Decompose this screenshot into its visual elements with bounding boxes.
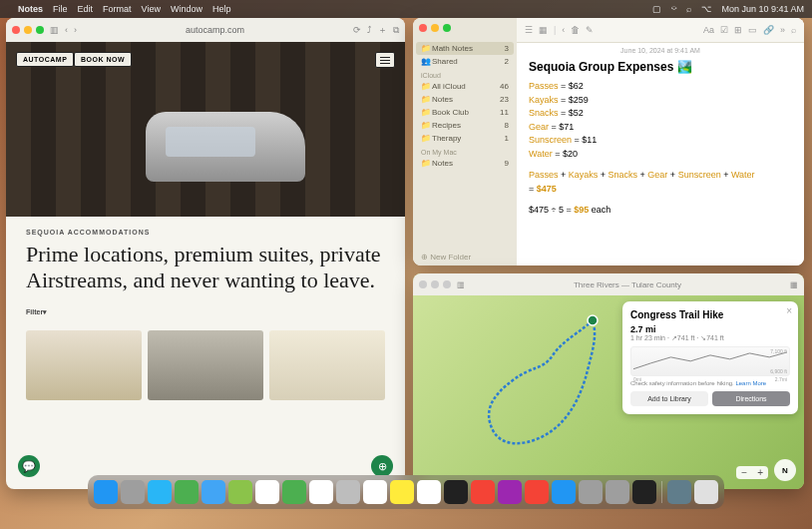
trail-stats: 1 hr 23 min · ↗741 ft · ↘741 ft [630,334,790,342]
folder-local-notes[interactable]: 📁Notes9 [413,157,517,170]
zoom-button[interactable] [36,26,44,34]
table-icon[interactable]: ⊞ [734,25,742,35]
new-note-icon[interactable]: ✎ [586,25,594,35]
dock-app-podcasts[interactable] [498,480,522,504]
format-icon[interactable]: Aa [703,25,714,35]
add-to-library-button[interactable]: Add to Library [630,391,708,406]
menu-edit[interactable]: Edit [78,4,94,14]
back-icon[interactable]: ‹ [65,25,68,35]
trash-icon[interactable]: 🗑 [571,25,580,35]
map-mode-icon[interactable]: ▦ [790,280,798,289]
chat-fab[interactable]: 💬 [18,455,40,477]
dock-app-maps[interactable] [228,480,252,504]
media-icon[interactable]: ▭ [748,25,757,35]
dock-app-finder[interactable] [94,480,118,504]
zoom-out-button[interactable]: − [736,466,752,479]
minimize-button[interactable] [431,24,439,32]
sum-line: Passes + Kayaks + Snacks + Gear + Sunscr… [529,169,792,183]
directions-button[interactable]: Directions [712,391,790,406]
folder-notes[interactable]: 📁Notes23 [413,93,517,106]
brand-logo[interactable]: AUTOCAMP [16,52,74,67]
checklist-icon[interactable]: ☑ [720,25,728,35]
folder-book-club[interactable]: 📁Book Club11 [413,106,517,119]
dock-app-passwords[interactable] [579,480,603,504]
dock-app-messages[interactable] [175,480,199,504]
dock-app-photos[interactable] [255,480,279,504]
dock-trash[interactable] [694,480,718,504]
dock-app-safari[interactable] [148,480,172,504]
close-button[interactable] [419,280,427,288]
folder-math-notes[interactable]: 📁Math Notes 3 [416,42,514,55]
zoom-button[interactable] [443,280,451,288]
dock-app-freeform[interactable] [417,480,441,504]
minimize-button[interactable] [431,280,439,288]
menu-format[interactable]: Format [103,4,132,14]
close-button[interactable] [12,26,20,34]
dock-app-tv[interactable] [444,480,468,504]
dock-downloads[interactable] [667,480,691,504]
safari-traffic-lights [12,26,44,34]
close-button[interactable] [419,24,427,32]
book-now-button[interactable]: BOOK NOW [74,52,132,67]
note-title: Sequoia Group Expenses 🏞️ [529,58,792,76]
menu-window[interactable]: Window [171,4,203,14]
safari-toolbar: ▥ ‹ › autocamp.com ⟳ ⤴ ＋ ⧉ [6,18,405,42]
clock[interactable]: Mon Jun 10 9:41 AM [721,4,804,14]
dock-app-mail[interactable] [202,480,225,504]
dock-app-contacts[interactable] [336,480,360,504]
accessibility-fab[interactable]: ⊕ [371,455,393,477]
gallery-view-icon[interactable]: ▦ [539,25,548,35]
search-icon[interactable]: ⌕ [686,4,691,14]
search-icon[interactable]: ⌕ [791,25,796,35]
app-menu[interactable]: Notes [18,4,43,14]
sidebar-icon[interactable]: ▥ [457,280,465,289]
hamburger-menu[interactable] [375,52,395,68]
maps-search[interactable]: Three Rivers — Tulare County [471,280,784,289]
menu-view[interactable]: View [142,4,161,14]
more-icon[interactable]: » [780,25,785,35]
thumb-airstream[interactable] [148,330,263,400]
new-tab-icon[interactable]: ＋ [378,24,387,37]
dock-app-news[interactable] [525,480,549,504]
list-view-icon[interactable]: ☰ [525,25,533,35]
zoom-in-button[interactable]: + [752,466,768,479]
dock-app-facetime[interactable] [282,480,306,504]
tabs-icon[interactable]: ⧉ [393,25,399,36]
dock-app-notes[interactable] [390,480,414,504]
minimize-button[interactable] [24,26,32,34]
dock-app-appstore[interactable] [552,480,576,504]
battery-icon[interactable]: ▢ [652,4,661,14]
dock-app-reminders[interactable] [363,480,387,504]
filter-dropdown[interactable]: Filter▾ [26,308,385,316]
dock-app-music[interactable] [471,480,495,504]
close-icon[interactable]: × [786,305,792,316]
sidebar-icon[interactable]: ▥ [50,25,59,35]
folder-therapy[interactable]: 📁Therapy1 [413,132,517,145]
zoom-button[interactable] [443,24,451,32]
dock-app-settings[interactable] [606,480,629,504]
map-canvas[interactable]: × Congress Trail Hike 2.7 mi 1 hr 23 min… [413,295,804,489]
folder-recipes[interactable]: 📁Recipes8 [413,119,517,132]
thumb-bed[interactable] [269,330,385,400]
note-body[interactable]: Sequoia Group Expenses 🏞️ Passes = $62 K… [517,58,804,218]
wifi-icon[interactable]: ⌔ [671,4,676,14]
menu-help[interactable]: Help [212,4,231,14]
learn-more-link[interactable]: Learn More [735,380,766,386]
back-icon[interactable]: ‹ [562,25,565,35]
new-folder-button[interactable]: ⊕ New Folder [421,253,471,262]
forward-icon[interactable]: › [74,25,77,35]
compass[interactable]: N [774,459,796,481]
control-center-icon[interactable]: ⌥ [701,4,711,14]
notes-window: 📁Math Notes 3 👥Shared 2 iCloud 📁All iClo… [413,18,804,265]
address-bar[interactable]: autocamp.com [83,25,347,35]
link-icon[interactable]: 🔗 [763,25,774,35]
menu-file[interactable]: File [53,4,68,14]
folder-shared[interactable]: 👥Shared 2 [413,55,517,68]
dock-app-calendar[interactable] [309,480,333,504]
reload-icon[interactable]: ⟳ [353,25,361,35]
share-icon[interactable]: ⤴ [367,25,372,35]
dock-app-iphone[interactable] [632,480,656,504]
folder-all-icloud[interactable]: 📁All iCloud46 [413,80,517,93]
thumb-suite[interactable] [26,330,142,400]
dock-app-launchpad[interactable] [121,480,145,504]
